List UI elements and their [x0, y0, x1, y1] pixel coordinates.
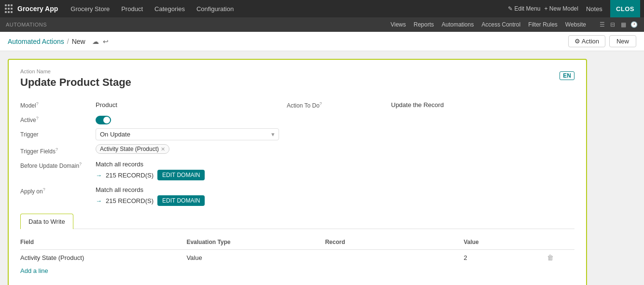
- nav-menu: Grocery Store Product Categories Configu…: [66, 3, 508, 14]
- apply-on-match-text: Match all records: [96, 186, 279, 193]
- trigger-label: Trigger: [20, 128, 88, 138]
- breadcrumb: Automated Actions / New ☁ ↩: [8, 38, 568, 45]
- app-grid-icon[interactable]: [4, 4, 14, 14]
- edit-menu-button[interactable]: ✎ Edit Menu: [508, 5, 540, 12]
- sub-nav-automations[interactable]: Automations: [442, 21, 474, 28]
- breadcrumb-parent[interactable]: Automated Actions: [8, 38, 64, 45]
- before-update-arrow: →: [96, 172, 102, 179]
- column-record: Record: [325, 235, 463, 250]
- sub-nav-label: AUTOMATIONS: [6, 22, 47, 27]
- trigger-fields-wrap: Activity State (Product) ✕: [96, 144, 279, 154]
- trigger-dropdown-icon[interactable]: ▾: [271, 131, 275, 138]
- apply-on-edit-domain-button[interactable]: EDIT DOMAIN: [157, 195, 205, 206]
- table-row: Activity State (Product) Value 2 🗑: [20, 250, 574, 266]
- form-card: EN Action Name Update Product Stage Mode…: [8, 59, 587, 285]
- form-fields: Model? Product Action To Do? Update the …: [20, 98, 574, 206]
- before-update-edit-domain-button[interactable]: EDIT DOMAIN: [157, 170, 205, 180]
- close-button[interactable]: CLOS: [610, 0, 640, 17]
- nav-grocery-store[interactable]: Grocery Store: [66, 3, 114, 14]
- clock-icon[interactable]: 🕐: [630, 20, 638, 29]
- action-to-do-value: Update the Record: [391, 98, 574, 109]
- delete-row-icon[interactable]: 🗑: [547, 254, 554, 261]
- add-line-button[interactable]: Add a line: [20, 265, 48, 274]
- apply-on-record-count: 215 RECORD(S): [106, 197, 154, 204]
- cell-evaluation-type: Value: [186, 250, 325, 266]
- kanban-view-icon[interactable]: ▦: [619, 20, 628, 29]
- before-update-domain-row: Match all records → 215 RECORD(S) EDIT D…: [96, 159, 279, 180]
- apply-on-label: Apply on?: [20, 184, 88, 195]
- active-toggle-switch[interactable]: [96, 116, 111, 124]
- cell-value: 2: [463, 250, 546, 266]
- breadcrumb-icons: ☁ ↩: [92, 38, 109, 45]
- app-name[interactable]: Grocery App: [17, 5, 58, 13]
- apply-on-arrow: →: [96, 197, 102, 204]
- sub-nav-views[interactable]: Views: [391, 21, 406, 28]
- chip-label: Activity State (Product): [100, 146, 159, 152]
- model-label: Model?: [20, 98, 88, 109]
- tab-bar: Data to Write: [20, 214, 574, 229]
- trigger-value: On Update: [100, 131, 269, 138]
- breadcrumb-right: ⚙ Action New: [568, 35, 636, 47]
- trigger-select-wrap[interactable]: On Update ▾: [96, 128, 279, 140]
- cell-delete[interactable]: 🗑: [547, 250, 574, 266]
- sub-navigation: AUTOMATIONS Views Reports Automations Ac…: [0, 17, 644, 32]
- before-update-record-count: 215 RECORD(S): [106, 172, 154, 179]
- trigger-fields-label: Trigger Fields?: [20, 144, 88, 155]
- cell-record: [325, 250, 463, 266]
- sub-nav-filter-rules[interactable]: Filter Rules: [528, 21, 558, 28]
- model-value[interactable]: Product: [96, 98, 279, 109]
- sub-nav-right: Views Reports Automations Access Control…: [391, 20, 638, 29]
- before-update-domain-label: Before Update Domain?: [20, 159, 88, 169]
- notes-button[interactable]: Notes: [582, 3, 606, 14]
- apply-on-domain-row: Match all records → 215 RECORD(S) EDIT D…: [96, 184, 279, 206]
- action-dropdown-button[interactable]: ⚙ Action: [568, 35, 605, 47]
- new-record-button[interactable]: New: [609, 35, 636, 47]
- action-to-do-label: Action To Do?: [287, 98, 383, 109]
- active-label: Active?: [20, 113, 88, 123]
- breadcrumb-bar: Automated Actions / New ☁ ↩ ⚙ Action New: [0, 32, 644, 51]
- column-action: [547, 235, 574, 250]
- cell-field: Activity State (Product): [20, 250, 186, 266]
- trigger-field-chip[interactable]: Activity State (Product) ✕: [96, 144, 169, 154]
- breadcrumb-separator: /: [67, 38, 69, 45]
- nav-product[interactable]: Product: [116, 3, 148, 14]
- top-navigation: Grocery App Grocery Store Product Catego…: [0, 0, 644, 17]
- detail-view-icon[interactable]: ⊟: [608, 20, 617, 29]
- active-toggle[interactable]: [96, 113, 279, 124]
- refresh-icon[interactable]: ↩: [103, 38, 109, 45]
- nav-categories[interactable]: Categories: [150, 3, 190, 14]
- sub-nav-website[interactable]: Website: [565, 21, 586, 28]
- column-evaluation-type: Evaluation Type: [186, 235, 325, 250]
- sub-nav-icons: ☰ ⊟ ▦ 🕐: [598, 20, 638, 29]
- cloud-save-icon[interactable]: ☁: [92, 38, 99, 45]
- language-badge[interactable]: EN: [560, 71, 574, 80]
- list-view-icon[interactable]: ☰: [598, 20, 606, 29]
- sub-nav-reports[interactable]: Reports: [414, 21, 434, 28]
- nav-right: ✎ Edit Menu + New Model Notes CLOS: [508, 0, 640, 17]
- column-field: Field: [20, 235, 186, 250]
- sub-nav-access-control[interactable]: Access Control: [481, 21, 520, 28]
- breadcrumb-current: New: [72, 38, 85, 45]
- before-update-match-text: Match all records: [96, 161, 279, 168]
- data-table: Field Evaluation Type Record Value Activ…: [20, 235, 574, 265]
- column-value: Value: [463, 235, 546, 250]
- new-model-button[interactable]: + New Model: [545, 5, 578, 12]
- tab-data-to-write[interactable]: Data to Write: [20, 214, 73, 229]
- chip-remove-icon[interactable]: ✕: [161, 146, 165, 152]
- main-content: EN Action Name Update Product Stage Mode…: [0, 51, 644, 285]
- nav-configuration[interactable]: Configuration: [192, 3, 238, 14]
